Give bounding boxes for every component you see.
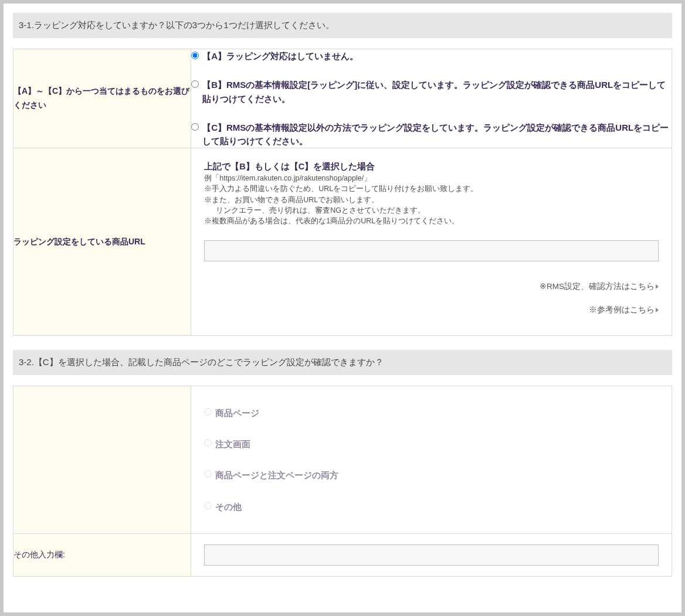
chevron-right-icon [656, 284, 659, 289]
url-note-2: ※手入力よる間違いを防ぐため、URLをコピーして貼り付けをお願い致します。 [204, 183, 659, 194]
row-3-2-other-value [191, 533, 672, 576]
row-3-1-choice-value: 【A】ラッピング対応はしていません。 【B】RMSの基本情報設定[ラッピング]に… [191, 49, 672, 148]
wrapping-option-c-label: 【C】RMSの基本情報設定以外の方法でラッピング設定をしています。ラッピング設定… [202, 121, 672, 148]
section-3-1-table: 【A】～【C】から一つ当てはまるものをお選びください 【A】ラッピング対応はして… [13, 49, 672, 336]
page-location-radio-group: 商品ページ 注文画面 商品ページと注文ページの両方 その他 [204, 406, 659, 513]
page-location-both-label: 商品ページと注文ページの両方 [215, 468, 338, 482]
page-location-option-product[interactable]: 商品ページ [204, 406, 659, 420]
section-3-1-header: 3-1.ラッピング対応をしていますか？以下の3つから1つだけ選択してください。 [13, 13, 672, 38]
section-3-2-table: 商品ページ 注文画面 商品ページと注文ページの両方 その他 [13, 386, 672, 577]
page-location-radio-both[interactable] [204, 470, 212, 478]
url-intro-bold: 上記で【B】もしくは【C】を選択した場合 [204, 161, 659, 172]
page-location-option-other[interactable]: その他 [204, 500, 659, 513]
wrapping-option-a[interactable]: 【A】ラッピング対応はしていません。 [191, 49, 672, 63]
page-location-radio-product[interactable] [204, 408, 212, 416]
url-instruction-block: 上記で【B】もしくは【C】を選択した場合 例「https://item.raku… [204, 161, 659, 315]
url-note-3b: リンクエラー、売り切れは、審査NGとさせていただきます。 [204, 205, 659, 216]
url-links-right: ※RMS設定、確認方法はこちら ※参考例はこちら [204, 281, 659, 315]
row-3-1-url-value: 上記で【B】もしくは【C】を選択した場合 例「https://item.raku… [191, 148, 672, 336]
wrapping-radio-c[interactable] [191, 123, 199, 131]
wrapping-radio-group: 【A】ラッピング対応はしていません。 【B】RMSの基本情報設定[ラッピング]に… [191, 49, 672, 148]
form-page: 3-1.ラッピング対応をしていますか？以下の3つから1つだけ選択してください。 … [4, 4, 681, 612]
url-note-4: ※複数商品がある場合は、代表的な1商品分のURLを貼りつけてください。 [204, 216, 659, 226]
wrapping-option-a-label: 【A】ラッピング対応はしていません。 [202, 49, 358, 63]
row-3-1-choice-label: 【A】～【C】から一つ当てはまるものをお選びください [13, 49, 191, 148]
rms-settings-link[interactable]: ※RMS設定、確認方法はこちら [204, 281, 659, 292]
chevron-right-icon [656, 308, 659, 312]
wrapping-option-b[interactable]: 【B】RMSの基本情報設定[ラッピング]に従い、設定しています。ラッピング設定が… [191, 78, 672, 105]
wrapping-radio-a[interactable] [191, 52, 199, 59]
page-location-product-label: 商品ページ [215, 406, 259, 420]
example-link-text: ※参考例はこちら [589, 305, 655, 314]
section-3-2-header: 3-2.【C】を選択した場合、記載した商品ページのどこでラッピング設定が確認でき… [13, 350, 672, 375]
row-3-1-url-label: ラッピング設定をしている商品URL [13, 148, 191, 336]
example-link[interactable]: ※参考例はこちら [204, 305, 659, 315]
rms-settings-link-text: ※RMS設定、確認方法はこちら [540, 282, 655, 291]
page-location-radio-order[interactable] [204, 439, 212, 447]
page-location-radio-other[interactable] [204, 502, 212, 509]
other-text-input[interactable] [204, 544, 659, 566]
wrapping-option-b-label: 【B】RMSの基本情報設定[ラッピング]に従い、設定しています。ラッピング設定が… [202, 78, 672, 105]
page-location-other-label: その他 [215, 500, 242, 513]
url-note-3: ※また、お買い物できる商品URLでお願いします。 [204, 195, 659, 205]
wrapping-url-input[interactable] [204, 240, 659, 261]
page-location-option-both[interactable]: 商品ページと注文ページの両方 [204, 468, 659, 482]
row-3-2-choice-value: 商品ページ 注文画面 商品ページと注文ページの両方 その他 [191, 386, 672, 533]
url-note-example: 例「https://item.rakuten.co.jp/rakutenshop… [204, 173, 659, 183]
wrapping-radio-b[interactable] [191, 80, 199, 88]
page-location-order-label: 注文画面 [215, 437, 250, 451]
row-3-2-choice-label [13, 386, 191, 533]
page-location-option-order[interactable]: 注文画面 [204, 437, 659, 451]
url-input-wrap [204, 240, 659, 261]
wrapping-option-c[interactable]: 【C】RMSの基本情報設定以外の方法でラッピング設定をしています。ラッピング設定… [191, 121, 672, 148]
row-3-2-other-label: その他入力欄: [13, 533, 191, 576]
